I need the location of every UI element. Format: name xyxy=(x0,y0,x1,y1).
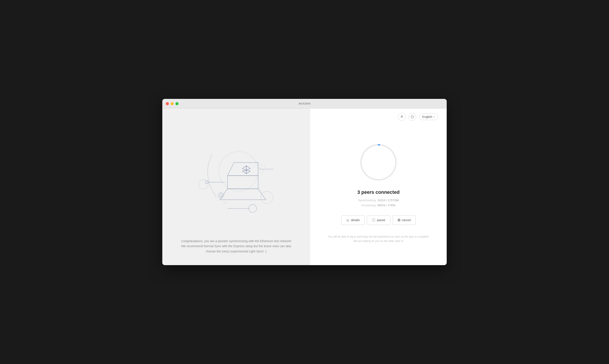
svg-marker-15 xyxy=(246,170,250,174)
pause-label: pause xyxy=(377,218,385,222)
window-title: AKASHA xyxy=(298,102,311,105)
ethereum-icon-button[interactable] xyxy=(398,113,406,121)
left-message: Congratulations, you are a pioneer synch… xyxy=(179,239,293,254)
window-controls xyxy=(166,102,179,105)
language-selector[interactable]: English ▾ xyxy=(419,114,438,120)
svg-point-5 xyxy=(260,168,261,169)
svg-marker-14 xyxy=(242,166,246,170)
globe-icon-button[interactable] xyxy=(408,113,416,121)
sync-status: 3 peers connected Synchronizing 31013 / … xyxy=(357,189,400,208)
footer-line2: We are waiting for you on the other side… xyxy=(328,239,429,243)
app-window: AKASHA xyxy=(162,99,447,265)
synchronizing-value: 31013 / 1757394 xyxy=(377,199,399,202)
ethereum-icon xyxy=(400,115,404,119)
svg-point-23 xyxy=(218,192,224,198)
progress-svg xyxy=(357,141,400,184)
cancel-label: cancel xyxy=(402,218,411,222)
illustration xyxy=(175,117,297,239)
svg-point-25 xyxy=(226,203,227,203)
svg-point-8 xyxy=(265,164,266,165)
close-button[interactable] xyxy=(166,102,169,105)
svg-marker-13 xyxy=(246,166,250,170)
details-label: details xyxy=(351,218,360,222)
svg-point-4 xyxy=(264,167,265,167)
svg-marker-11 xyxy=(228,176,258,189)
svg-point-0 xyxy=(219,152,258,191)
footer-line1: You will be able to log in and enjoy the… xyxy=(328,234,429,239)
processing-value: 59576 / 77455 xyxy=(377,204,395,207)
main-content: Congratulations, you are a pioneer synch… xyxy=(162,108,447,265)
synchronizing-label: Synchronizing xyxy=(358,199,376,202)
footer-note: You will be able to log in and enjoy the… xyxy=(328,234,429,244)
svg-point-21 xyxy=(249,205,257,212)
svg-marker-16 xyxy=(242,170,246,174)
cancel-button[interactable]: cancel xyxy=(393,215,416,225)
progress-track xyxy=(361,145,396,180)
title-bar: AKASHA xyxy=(162,99,447,108)
synchronizing-row: Synchronizing 31013 / 1757394 xyxy=(357,198,400,203)
sync-details: Synchronizing 31013 / 1757394 Processing… xyxy=(357,198,400,208)
svg-point-7 xyxy=(266,171,267,172)
processing-label: Processing xyxy=(361,204,375,207)
svg-point-1 xyxy=(199,180,208,189)
svg-point-22 xyxy=(261,191,273,204)
globe-icon xyxy=(410,115,414,119)
maximize-button[interactable] xyxy=(175,102,179,105)
language-label: English xyxy=(422,115,432,118)
pause-icon: ⓘ xyxy=(372,218,375,222)
svg-point-3 xyxy=(261,164,262,165)
right-panel: English ▾ 3 peers connected xyxy=(310,108,447,265)
chevron-down-icon: ▾ xyxy=(434,116,435,118)
hero-illustration xyxy=(190,136,282,220)
top-bar: English ▾ xyxy=(319,113,438,121)
eye-icon: ◎ xyxy=(346,218,349,222)
svg-point-24 xyxy=(224,204,225,205)
svg-point-26 xyxy=(224,201,225,202)
peers-connected-label: 3 peers connected xyxy=(357,189,400,195)
svg-marker-12 xyxy=(228,163,258,176)
sync-area: 3 peers connected Synchronizing 31013 / … xyxy=(319,127,438,256)
details-button[interactable]: ◎ details xyxy=(341,215,365,225)
pause-button[interactable]: ⓘ pause xyxy=(367,215,390,225)
svg-point-6 xyxy=(263,170,264,171)
left-panel: Congratulations, you are a pioneer synch… xyxy=(162,108,310,265)
progress-circle xyxy=(357,141,400,184)
cancel-icon xyxy=(398,219,400,221)
processing-row: Processing 59576 / 77455 xyxy=(357,203,400,208)
svg-point-9 xyxy=(262,172,263,173)
minimize-button[interactable] xyxy=(171,102,174,105)
action-buttons: ◎ details ⓘ pause cancel xyxy=(341,215,416,225)
